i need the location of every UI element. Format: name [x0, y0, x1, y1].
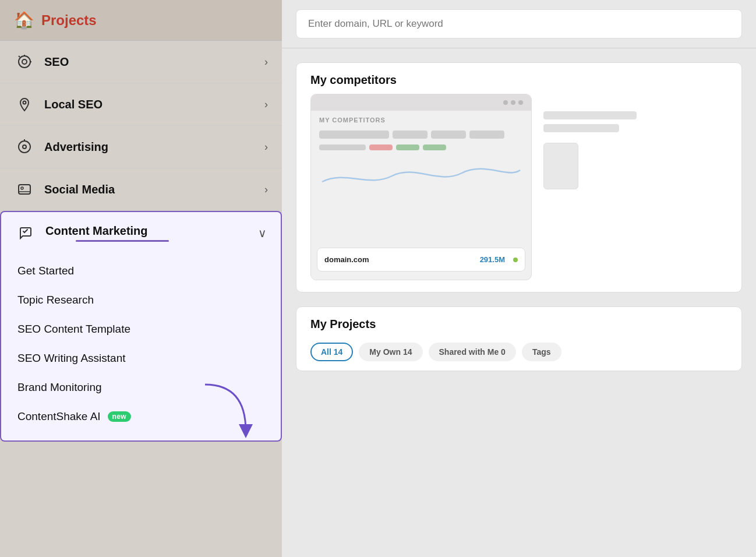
dot2 — [511, 100, 515, 105]
social-media-label: Social Media — [44, 183, 264, 196]
preview-bar-a — [319, 131, 389, 139]
submenu-item-get-started[interactable]: Get Started — [1, 256, 281, 285]
submenu-item-contentshake-ai[interactable]: ContentShake AI new — [1, 402, 281, 431]
tab-all-count: 14 — [334, 347, 343, 357]
svg-point-6 — [19, 141, 30, 153]
preview-bar-row-1 — [311, 127, 531, 142]
dot1 — [503, 100, 508, 105]
sidebar-content-marketing-section: Content Marketing ∨ Get Started Topic Re… — [0, 211, 282, 442]
preview-bar-small-row — [311, 142, 531, 153]
content-marketing-submenu: Get Started Topic Research SEO Content T… — [0, 252, 282, 442]
right-line-1 — [543, 111, 637, 119]
local-seo-chevron: › — [264, 98, 268, 111]
tab-tags[interactable]: Tags — [522, 343, 561, 361]
sidebar-title: Projects — [41, 12, 97, 29]
tab-my-own[interactable]: My Own 14 — [359, 343, 422, 361]
main-panels: My competitors MY COMPETITORS — [282, 48, 756, 557]
preview-bar-sm-a — [319, 144, 366, 150]
competitors-title: My competitors — [310, 73, 727, 87]
sidebar-item-seo[interactable]: SEO › — [0, 41, 282, 83]
competitors-header: My competitors — [296, 63, 741, 94]
svg-point-0 — [19, 56, 30, 68]
seo-writing-assistant-label: SEO Writing Assistant — [17, 352, 126, 365]
sidebar-item-local-seo[interactable]: Local SEO › — [0, 83, 282, 126]
local-seo-label: Local SEO — [44, 98, 264, 111]
tab-tags-label: Tags — [532, 347, 551, 357]
sidebar: 🏠 Projects SEO › Local SEO › — [0, 0, 282, 557]
seo-label: SEO — [44, 55, 264, 69]
content-marketing-icon — [15, 223, 36, 244]
svg-point-5 — [23, 101, 26, 104]
tab-all[interactable]: All 14 — [310, 343, 353, 361]
preview-overlay-card: domain.com 291.5M — [317, 248, 525, 272]
preview-bar-sm-c — [396, 144, 419, 150]
seo-content-template-label: SEO Content Template — [17, 323, 130, 336]
home-icon: 🏠 — [14, 10, 34, 30]
traffic-trend-dot — [513, 258, 518, 262]
projects-panel: My Projects All 14 My Own 14 Shared with… — [296, 306, 742, 371]
preview-bar-c — [431, 131, 466, 139]
content-marketing-label: Content Marketing — [45, 224, 148, 237]
right-panel-box — [543, 143, 578, 189]
social-media-chevron: › — [264, 184, 268, 196]
tab-shared-count: 0 — [501, 347, 506, 357]
svg-point-7 — [23, 145, 26, 149]
sidebar-item-social-media[interactable]: Social Media › — [0, 168, 282, 211]
new-badge: new — [108, 411, 131, 422]
tab-my-own-count: 14 — [403, 347, 412, 357]
svg-rect-9 — [19, 185, 30, 194]
search-input[interactable] — [296, 9, 742, 38]
competitors-preview-card: MY COMPETITORS — [310, 94, 532, 280]
submenu-item-seo-writing-assistant[interactable]: SEO Writing Assistant — [1, 344, 281, 373]
competitors-preview: MY COMPETITORS — [296, 94, 741, 292]
dot3 — [518, 100, 523, 105]
get-started-label: Get Started — [17, 265, 74, 277]
preview-bar-sm-d — [423, 144, 446, 150]
advertising-chevron: › — [264, 141, 268, 153]
right-panel-text — [543, 94, 637, 189]
sidebar-item-advertising[interactable]: Advertising › — [0, 126, 282, 168]
contentshake-ai-label: ContentShake AI — [17, 410, 101, 423]
tab-my-own-label: My Own — [369, 347, 401, 357]
content-marketing-underline — [76, 240, 169, 242]
seo-chevron: › — [264, 56, 268, 68]
local-seo-icon — [14, 94, 35, 115]
preview-bar-sm-b — [369, 144, 393, 150]
wave-chart — [319, 158, 523, 193]
svg-point-1 — [22, 59, 27, 64]
preview-domain: domain.com — [324, 255, 474, 264]
search-container — [282, 0, 756, 48]
submenu-item-topic-research[interactable]: Topic Research — [1, 285, 281, 315]
preview-traffic: 291.5M — [480, 255, 505, 264]
topic-research-label: Topic Research — [17, 294, 94, 306]
content-marketing-chevron: ∨ — [258, 226, 267, 240]
preview-label: MY COMPETITORS — [311, 111, 531, 127]
main-content: My competitors MY COMPETITORS — [282, 0, 756, 557]
projects-tabs: All 14 My Own 14 Shared with Me 0 Tags — [296, 338, 741, 371]
seo-icon — [14, 51, 35, 72]
tab-shared-with-me[interactable]: Shared with Me 0 — [429, 343, 516, 361]
submenu-item-brand-monitoring[interactable]: Brand Monitoring — [1, 373, 281, 402]
social-media-icon — [14, 179, 35, 200]
projects-title: My Projects — [310, 318, 727, 331]
advertising-label: Advertising — [44, 140, 264, 154]
preview-bar-b — [393, 131, 428, 139]
sidebar-item-content-marketing[interactable]: Content Marketing ∨ — [0, 211, 282, 252]
tab-all-label: All — [321, 347, 331, 357]
projects-header: My Projects — [296, 307, 741, 338]
preview-bar-d — [469, 131, 504, 139]
competitors-panel: My competitors MY COMPETITORS — [296, 62, 742, 292]
tab-shared-label: Shared with Me — [439, 347, 499, 357]
svg-line-4 — [19, 56, 20, 57]
svg-point-10 — [21, 187, 23, 189]
preview-card-top — [311, 94, 531, 111]
brand-monitoring-label: Brand Monitoring — [17, 381, 102, 394]
sidebar-header[interactable]: 🏠 Projects — [0, 0, 282, 41]
submenu-item-seo-content-template[interactable]: SEO Content Template — [1, 315, 281, 344]
advertising-icon — [14, 136, 35, 157]
right-line-2 — [543, 124, 619, 132]
